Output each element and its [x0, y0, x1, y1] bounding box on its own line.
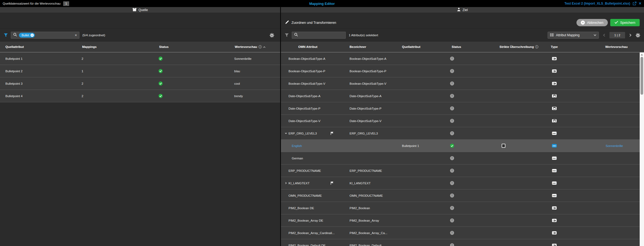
status-cell: ! [448, 231, 498, 235]
sort-ascending-icon [263, 45, 266, 48]
cancel-button[interactable]: × Abbrechen [576, 19, 608, 26]
target-table-row[interactable]: Date-ObjectSubType-ADate-ObjectSubType-A… [281, 90, 640, 102]
wertevorschau-cell: trendy [234, 94, 280, 98]
target-table-row[interactable]: Date-ObjectSubType-PDate-ObjectSubType-P… [281, 102, 640, 115]
type-string-icon: ABC [552, 132, 557, 135]
source-table-row[interactable]: Bulletpoint 21blau [0, 65, 280, 77]
source-table-row[interactable]: Bulletpoint 12Sonnenbrille [0, 53, 280, 65]
scrollbar-up-icon[interactable] [641, 54, 643, 55]
status-cell [158, 81, 234, 86]
chip-label: Bullet [22, 34, 29, 37]
quellattribut-cell: Bulletpoint 1 [0, 57, 81, 60]
open-external-icon[interactable] [633, 2, 636, 5]
type-date-icon [552, 94, 557, 98]
source-table-header: Quellattribut Mappings Status Wertevorsc… [0, 42, 280, 53]
omn-attribut-label: German [292, 157, 303, 160]
search-filter-chip[interactable]: Bullet × [19, 33, 35, 38]
source-table-row[interactable]: Bulletpoint 32cool [0, 77, 280, 90]
chevron-right-icon[interactable] [283, 182, 289, 185]
target-table-row[interactable]: EnglishBulletpoint 1ABCSonnenbrille [281, 140, 640, 152]
col-header-quellattribut[interactable]: Quellattribut [400, 45, 448, 48]
panels: Quelle Bullet × × (5 [0, 7, 644, 246]
omn-attribut-cell: Boolean-ObjectSubType-V [281, 82, 348, 85]
page-previous-icon[interactable] [602, 34, 606, 37]
target-table-row[interactable]: KI_LANGTEXTKI_LANGTEXT!ABC [281, 177, 640, 189]
target-table-row[interactable]: Date-ObjectSubType-VDate-ObjectSubType-V… [281, 115, 640, 127]
target-table-row[interactable]: OMN_PRODUCTNAMEOMN_PRODUCTNAME!ABC [281, 189, 640, 202]
target-action-row: Zuordnen und Transformieren × Abbrechen … [281, 13, 644, 29]
target-panel-title: Ziel [462, 8, 468, 12]
gear-icon[interactable] [270, 33, 274, 38]
strict-override-checkbox[interactable] [502, 144, 505, 148]
bezeichner-cell: PIM2_Boolean_Array_Ca... [348, 231, 400, 235]
gear-icon[interactable] [636, 33, 640, 38]
col-header-bezeichner[interactable]: Bezeichner [348, 45, 400, 48]
omn-attribut-label: Date-ObjectSubType-A [289, 94, 320, 98]
target-table-row[interactable]: German!ABC [281, 152, 640, 165]
target-table-row[interactable]: Boolean-ObjectSubType-PBoolean-ObjectSub… [281, 65, 640, 77]
type-cell: ABC [550, 181, 589, 185]
flag-icon [330, 182, 334, 185]
col-header-quellattribut[interactable]: Quellattribut [0, 45, 81, 48]
omn-attribut-label: Boolean-ObjectSubType-A [289, 57, 325, 60]
filter-icon[interactable] [4, 33, 8, 37]
status-ok-icon [159, 57, 163, 61]
search-clear-icon[interactable]: × [75, 33, 77, 37]
status-cell: ! [448, 156, 498, 160]
target-table-row[interactable]: Boolean-ObjectSubType-VBoolean-ObjectSub… [281, 77, 640, 90]
omn-attribut-cell: German [281, 157, 348, 160]
omn-attribut-cell: Boolean-ObjectSubType-A [281, 57, 348, 60]
vertical-scrollbar[interactable] [640, 53, 644, 246]
col-header-status[interactable]: Status [158, 45, 234, 48]
status-info-icon: ! [450, 218, 454, 222]
target-table-row[interactable]: PIM2_Boolean_Array_Cardinali...PIM2_Bool… [281, 227, 640, 239]
source-record-number[interactable]: 1 [63, 1, 69, 6]
source-panel-title: Quelle [139, 8, 148, 12]
close-icon[interactable]: × [639, 1, 641, 6]
target-table-row[interactable]: PIM2_Boolean_Array DEPIM2_Boolean_Array! [281, 214, 640, 227]
file-link[interactable]: Test Excel 2 (Import_XLS_Bulletpoint.xls… [565, 2, 630, 5]
mappings-cell: 1 [81, 70, 158, 73]
open-box-icon [132, 8, 137, 12]
col-header-type[interactable]: Type [550, 45, 589, 48]
col-header-wertevorschau[interactable]: Wertevorschau [589, 45, 644, 48]
target-search-input[interactable] [300, 34, 343, 37]
omn-attribut-label: Boolean-ObjectSubType-P [289, 70, 325, 73]
target-table-row[interactable]: Boolean-ObjectSubType-ABoolean-ObjectSub… [281, 53, 640, 65]
col-header-status[interactable]: Status [448, 45, 498, 48]
source-table-row[interactable]: Bulletpoint 42trendy [0, 90, 280, 102]
source-action-row [0, 13, 280, 29]
type-cell [550, 206, 589, 210]
target-toolbar: 1 Attribut(e) selektiert Attribut Mappin… [281, 29, 644, 42]
status-cell: ! [448, 169, 498, 173]
status-cell: ! [448, 218, 498, 222]
col-header-wertevorschau[interactable]: Wertevorschau i [234, 45, 280, 48]
status-cell: ! [448, 119, 498, 123]
chevron-down-icon[interactable] [283, 132, 289, 135]
source-search-box[interactable]: Bullet × × [11, 32, 79, 39]
filter-icon[interactable] [285, 33, 289, 37]
type-cell [550, 57, 589, 60]
view-mode-dropdown[interactable]: Attribut Mapping [548, 32, 599, 39]
col-header-mappings[interactable]: Mappings [81, 45, 158, 48]
omn-attribut-label: PIM2_Boolean_Array DE [289, 219, 323, 222]
target-table-row[interactable]: PIM2_Boolean_Default DEPIM2_Boolean_Defa… [281, 239, 640, 246]
col-header-strikte-ueberschreibung[interactable]: Strikte Überschreibung i [498, 45, 550, 48]
page-indicator: 1 | 2 [609, 32, 625, 38]
target-table-row[interactable]: ERP_PRODUCTNAMEERP_PRODUCTNAME!ABC [281, 165, 640, 177]
page-next-icon[interactable] [628, 34, 633, 37]
scrollbar-thumb[interactable] [640, 57, 643, 95]
type-boolean-icon [552, 231, 557, 235]
status-info-icon: ! [450, 243, 454, 246]
search-icon [294, 33, 298, 38]
omn-attribut-cell: PIM2_Boolean_Array_Cardinali... [281, 231, 348, 235]
bezeichner-cell: Boolean-ObjectSubType-A [348, 57, 400, 60]
chip-remove-icon[interactable]: × [31, 34, 34, 37]
source-search-input[interactable] [37, 34, 73, 37]
save-button[interactable]: Speichern [610, 19, 640, 26]
status-info-icon: ! [450, 119, 454, 123]
target-search-box[interactable] [292, 32, 346, 39]
target-table-row[interactable]: ERP_ORG_LEVEL3ERP_ORG_LEVEL3!ABC [281, 127, 640, 140]
col-header-omn-attribut[interactable]: OMN Attribut [281, 45, 348, 48]
target-table-row[interactable]: PIM2_Boolean DEPIM2_Boolean! [281, 202, 640, 214]
